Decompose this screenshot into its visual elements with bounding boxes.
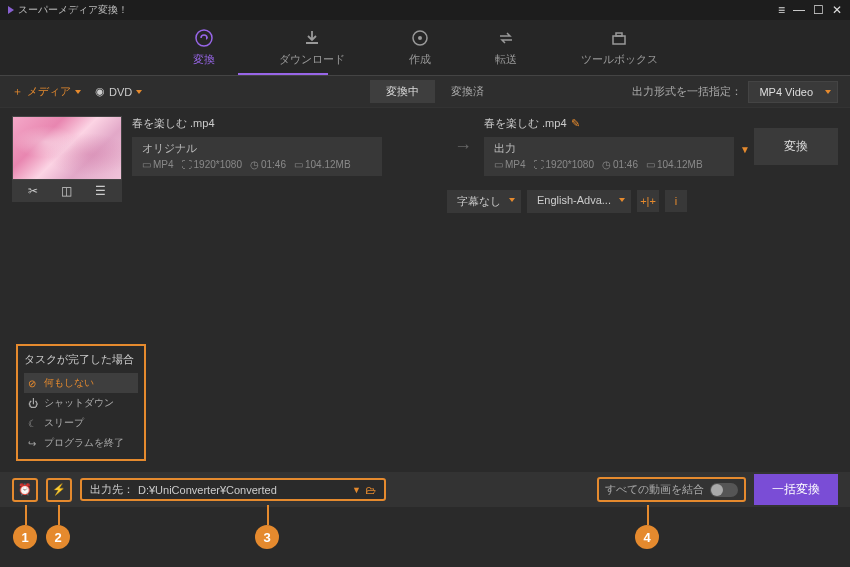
annotation-4: 4 bbox=[635, 525, 659, 549]
out-filename: 春を楽しむ .mp4 bbox=[484, 117, 567, 129]
out-panel: 出力 ▭ MP4 ⛶ 1920*1080 ◷ 01:46 ▭ 104.12MB bbox=[484, 137, 734, 176]
annotation-3: 3 bbox=[255, 525, 279, 549]
add-media-label: メディア bbox=[27, 84, 71, 99]
trim-icon[interactable]: ✂ bbox=[28, 184, 38, 198]
tab-download[interactable]: ダウンロード bbox=[267, 24, 357, 71]
convert-icon bbox=[194, 28, 214, 48]
browse-folder-icon[interactable]: 🗁 bbox=[365, 484, 376, 496]
power-icon: ⏻ bbox=[28, 398, 38, 409]
svg-point-0 bbox=[196, 30, 212, 46]
tab-convert[interactable]: 変換 bbox=[181, 24, 227, 71]
task-menu-none[interactable]: ⊘何もしない bbox=[24, 373, 138, 393]
close-icon[interactable]: ✕ bbox=[832, 3, 842, 17]
app-title: スーパーメディア変換！ bbox=[18, 3, 128, 17]
toolbox-icon bbox=[609, 28, 629, 48]
window-controls: ≡ — ☐ ✕ bbox=[778, 3, 842, 17]
arrow-right-icon: → bbox=[454, 136, 472, 157]
path-caret-icon[interactable]: ▼ bbox=[352, 485, 361, 495]
track-row: 字幕なし English-Adva... +|+ i bbox=[447, 190, 687, 213]
tab-download-label: ダウンロード bbox=[279, 52, 345, 67]
tab-convert-label: 変換 bbox=[193, 52, 215, 67]
thumbnail-block: ✂ ◫ ☰ bbox=[12, 116, 122, 202]
output-format-row: 出力形式を一括指定： MP4 Video bbox=[632, 81, 838, 103]
tab-toolbox-label: ツールボックス bbox=[581, 52, 658, 67]
tab-underline bbox=[238, 73, 328, 75]
dvd-button[interactable]: ◉ DVD bbox=[95, 85, 142, 98]
add-media-button[interactable]: ＋ メディア bbox=[12, 84, 81, 99]
gpu-boost-icon[interactable]: ⚡ bbox=[46, 478, 72, 502]
top-nav: 変換 ダウンロード 作成 転送 ツールボックス bbox=[0, 20, 850, 76]
add-track-icon[interactable]: +|+ bbox=[637, 190, 659, 212]
out-label: 出力 bbox=[494, 141, 724, 156]
out-duration: ◷ 01:46 bbox=[602, 159, 638, 170]
thumb-toolbar: ✂ ◫ ☰ bbox=[12, 180, 122, 202]
tab-transfer[interactable]: 転送 bbox=[483, 24, 529, 71]
task-menu-sleep[interactable]: ☾スリープ bbox=[24, 413, 138, 433]
annotation-2: 2 bbox=[46, 525, 70, 549]
thumbnail-image[interactable] bbox=[12, 116, 122, 180]
src-size: ▭ 104.12MB bbox=[294, 159, 351, 170]
output-path-label: 出力先： bbox=[90, 482, 134, 497]
minimize-icon[interactable]: — bbox=[793, 3, 805, 17]
out-filename-row: 春を楽しむ .mp4✎ bbox=[484, 116, 734, 131]
crop-icon[interactable]: ◫ bbox=[61, 184, 72, 198]
src-duration: ◷ 01:46 bbox=[250, 159, 286, 170]
maximize-icon[interactable]: ☐ bbox=[813, 3, 824, 17]
out-format: ▭ MP4 bbox=[494, 159, 526, 170]
transfer-icon bbox=[496, 28, 516, 48]
src-panel: オリジナル ▭ MP4 ⛶ 1920*1080 ◷ 01:46 ▭ 104.12… bbox=[132, 137, 382, 176]
svg-point-3 bbox=[418, 36, 422, 40]
task-menu-title: タスクが完了した場合 bbox=[24, 352, 138, 367]
task-complete-menu: タスクが完了した場合 ⊘何もしない ⏻シャットダウン ☾スリープ ↪プログラムを… bbox=[16, 344, 146, 461]
output-path-row: 出力先： ▼ 🗁 bbox=[80, 478, 386, 501]
tab-create[interactable]: 作成 bbox=[397, 24, 443, 71]
none-icon: ⊘ bbox=[28, 378, 38, 389]
subtab-converting[interactable]: 変換中 bbox=[370, 80, 435, 103]
output-format-select[interactable]: MP4 Video bbox=[748, 81, 838, 103]
subtab-done[interactable]: 変換済 bbox=[435, 80, 500, 103]
edit-filename-icon[interactable]: ✎ bbox=[571, 117, 580, 129]
src-format: ▭ MP4 bbox=[142, 159, 174, 170]
src-filename: 春を楽しむ .mp4 bbox=[132, 116, 442, 131]
settings-icon[interactable]: ☰ bbox=[95, 184, 106, 198]
toolbar: ＋ メディア ◉ DVD 変換中 変換済 出力形式を一括指定： MP4 Vide… bbox=[0, 76, 850, 108]
app-logo-icon bbox=[8, 6, 14, 14]
out-settings-caret[interactable]: ▼ bbox=[740, 144, 750, 155]
merge-toggle-row: すべての動画を結合 bbox=[597, 477, 746, 502]
exit-icon: ↪ bbox=[28, 438, 38, 449]
file-item: ✂ ◫ ☰ 春を楽しむ .mp4 オリジナル ▭ MP4 ⛶ 1920*1080… bbox=[12, 116, 838, 202]
out-res: ⛶ 1920*1080 bbox=[534, 159, 594, 170]
convert-button[interactable]: 変換 bbox=[754, 128, 838, 165]
task-menu-exit[interactable]: ↪プログラムを終了 bbox=[24, 433, 138, 453]
tab-transfer-label: 転送 bbox=[495, 52, 517, 67]
menu-icon[interactable]: ≡ bbox=[778, 3, 785, 17]
src-label: オリジナル bbox=[142, 141, 372, 156]
create-icon bbox=[410, 28, 430, 48]
sub-tabs: 変換中 変換済 bbox=[370, 80, 500, 103]
anno-line-4 bbox=[647, 505, 649, 525]
merge-toggle[interactable] bbox=[710, 483, 738, 497]
info-icon[interactable]: i bbox=[665, 190, 687, 212]
annotation-1: 1 bbox=[13, 525, 37, 549]
schedule-icon[interactable]: ⏰ bbox=[12, 478, 38, 502]
audio-select[interactable]: English-Adva... bbox=[527, 190, 631, 213]
moon-icon: ☾ bbox=[28, 418, 38, 429]
subtitle-select[interactable]: 字幕なし bbox=[447, 190, 521, 213]
annotation-strip: 1 2 3 4 bbox=[0, 510, 850, 560]
anno-line-2 bbox=[58, 505, 60, 525]
disc-icon: ◉ bbox=[95, 85, 105, 98]
anno-line-1 bbox=[25, 505, 27, 525]
output-path-input[interactable] bbox=[138, 484, 348, 496]
file-panels: 春を楽しむ .mp4 オリジナル ▭ MP4 ⛶ 1920*1080 ◷ 01:… bbox=[132, 116, 838, 176]
tab-toolbox[interactable]: ツールボックス bbox=[569, 24, 670, 71]
out-size: ▭ 104.12MB bbox=[646, 159, 703, 170]
batch-convert-button[interactable]: 一括変換 bbox=[754, 474, 838, 505]
titlebar: スーパーメディア変換！ ≡ — ☐ ✕ bbox=[0, 0, 850, 20]
output-format-label: 出力形式を一括指定： bbox=[632, 84, 742, 99]
task-menu-shutdown[interactable]: ⏻シャットダウン bbox=[24, 393, 138, 413]
svg-rect-5 bbox=[616, 33, 622, 36]
dvd-label: DVD bbox=[109, 86, 132, 98]
src-res: ⛶ 1920*1080 bbox=[182, 159, 242, 170]
svg-rect-4 bbox=[613, 36, 625, 44]
anno-line-3 bbox=[267, 505, 269, 525]
